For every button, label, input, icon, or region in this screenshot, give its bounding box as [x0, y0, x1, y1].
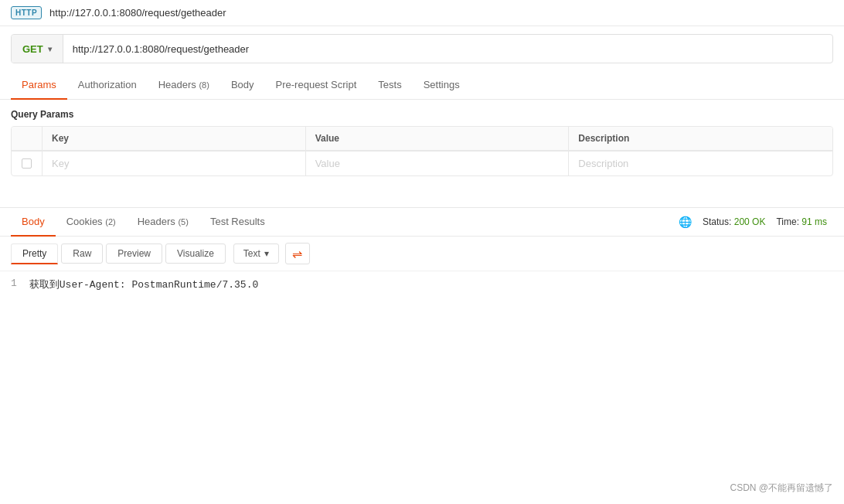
query-params-label: Query Params — [0, 100, 844, 126]
title-bar: HTTP http://127.0.0.1:8080/request/gethe… — [0, 0, 844, 26]
value-cell[interactable]: Value — [306, 152, 570, 175]
url-input[interactable] — [63, 43, 832, 55]
method-select[interactable]: GET ▾ — [12, 35, 63, 63]
value-col-header: Value — [306, 127, 570, 150]
request-tabs: Params Authorization Headers (8) Body Pr… — [0, 71, 844, 100]
resp-tab-cookies[interactable]: Cookies (2) — [56, 208, 127, 237]
time-value: 91 ms — [801, 216, 827, 227]
tab-headers[interactable]: Headers (8) — [148, 71, 220, 100]
checkbox-col-header — [12, 127, 43, 150]
resp-tab-headers[interactable]: Headers (5) — [127, 208, 199, 237]
url-bar: GET ▾ — [11, 34, 833, 63]
tab-params[interactable]: Params — [11, 71, 67, 100]
key-col-header: Key — [43, 127, 306, 150]
preview-button[interactable]: Preview — [106, 243, 162, 264]
http-badge: HTTP — [11, 6, 42, 19]
line-numbers: 1 — [11, 278, 17, 291]
method-label: GET — [22, 43, 43, 55]
tab-prerequest[interactable]: Pre-request Script — [265, 71, 368, 100]
method-chevron: ▾ — [48, 45, 52, 53]
response-content: 1 获取到User-Agent: PostmanRuntime/7.35.0 — [0, 271, 844, 298]
table-header: Key Value Description — [12, 127, 832, 151]
key-cell[interactable]: Key — [43, 152, 306, 175]
params-table: Key Value Description Key Value Descript… — [11, 126, 833, 176]
tab-body[interactable]: Body — [220, 71, 265, 100]
format-label: Text — [243, 248, 260, 259]
time-label: Time: 91 ms — [776, 216, 827, 227]
visualize-button[interactable]: Visualize — [165, 243, 226, 264]
tab-settings[interactable]: Settings — [413, 71, 471, 100]
resp-tab-body[interactable]: Body — [11, 208, 56, 237]
row-checkbox[interactable] — [12, 152, 43, 175]
description-cell[interactable]: Description — [569, 152, 832, 175]
raw-button[interactable]: Raw — [61, 243, 103, 264]
format-chevron: ▾ — [264, 248, 269, 259]
wrap-icon: ⇌ — [292, 247, 302, 261]
table-row: Key Value Description — [12, 151, 832, 175]
watermark: CSDN @不能再留遗憾了 — [730, 482, 833, 495]
response-toolbar: Pretty Raw Preview Visualize Text ▾ ⇌ — [0, 237, 844, 271]
tab-tests[interactable]: Tests — [367, 71, 412, 100]
title-url: http://127.0.0.1:8080/request/getheader — [49, 7, 226, 19]
resp-tab-testresults[interactable]: Test Results — [199, 208, 276, 237]
code-line-1: 获取到User-Agent: PostmanRuntime/7.35.0 — [29, 278, 258, 291]
wrap-button[interactable]: ⇌ — [285, 243, 310, 264]
status-value: 200 OK — [734, 216, 766, 227]
globe-icon: 🌐 — [679, 216, 692, 228]
format-button[interactable]: Text ▾ — [233, 243, 279, 264]
pretty-button[interactable]: Pretty — [11, 243, 58, 264]
line-number-1: 1 — [11, 278, 17, 289]
response-status: 🌐 Status: 200 OK Time: 91 ms — [679, 216, 833, 228]
status-label: Status: 200 OK — [703, 216, 765, 227]
code-content: 获取到User-Agent: PostmanRuntime/7.35.0 — [29, 278, 258, 291]
description-col-header: Description — [569, 127, 832, 150]
tab-authorization[interactable]: Authorization — [67, 71, 148, 100]
response-tabs: Body Cookies (2) Headers (5) Test Result… — [0, 208, 844, 237]
